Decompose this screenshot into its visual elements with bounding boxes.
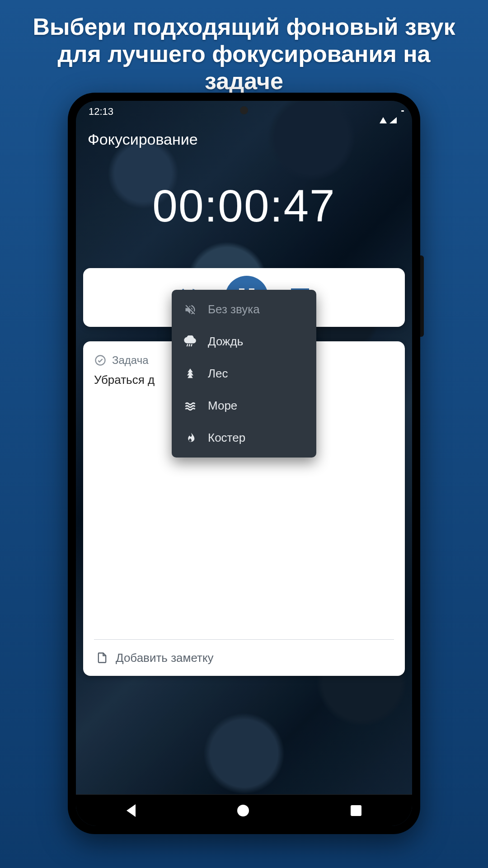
nav-back-button[interactable] [127,804,136,817]
sound-option-label: Море [208,399,237,413]
promo-headline: Выбери подходящий фоновый звук для лучше… [0,0,488,94]
sound-option-fire[interactable]: Костер [172,422,316,454]
signal-icon [389,106,397,118]
sound-option-label: Лес [208,367,228,381]
fire-icon [183,432,197,444]
camera-notch [240,106,248,114]
phone-frame: 12:13 Фокусирование 00:00:47 [68,93,420,834]
rain-icon [183,335,197,348]
back-icon [127,804,136,817]
page-title: Фокусирование [76,123,412,148]
check-circle-icon [94,354,107,367]
sound-menu: Без звука Дождь Лес Море [172,290,316,458]
sound-option-forest[interactable]: Лес [172,358,316,390]
sound-option-rain[interactable]: Дождь [172,326,316,358]
sound-option-label: Костер [208,431,245,445]
tree-icon [183,368,197,380]
note-icon [96,651,108,665]
task-section-label: Задача [112,354,149,367]
svg-point-0 [96,356,105,365]
sound-option-label: Без звука [208,302,260,316]
waves-icon [183,400,197,412]
volume-off-icon [183,303,197,316]
sound-option-sea[interactable]: Море [172,390,316,422]
nav-home-button[interactable] [237,805,249,816]
recent-icon [351,805,361,816]
home-icon [237,805,249,816]
status-time: 12:13 [89,106,113,118]
sound-option-label: Дождь [208,335,243,349]
timer-display: 00:00:47 [76,180,412,232]
status-icons [380,106,399,118]
nav-recent-button[interactable] [351,805,361,816]
screen: 12:13 Фокусирование 00:00:47 [76,101,412,826]
android-navbar [76,794,412,826]
wifi-icon [380,106,387,118]
add-note-button[interactable]: Добавить заметку [94,640,394,676]
add-note-label: Добавить заметку [116,651,214,665]
sound-option-mute[interactable]: Без звука [172,293,316,326]
